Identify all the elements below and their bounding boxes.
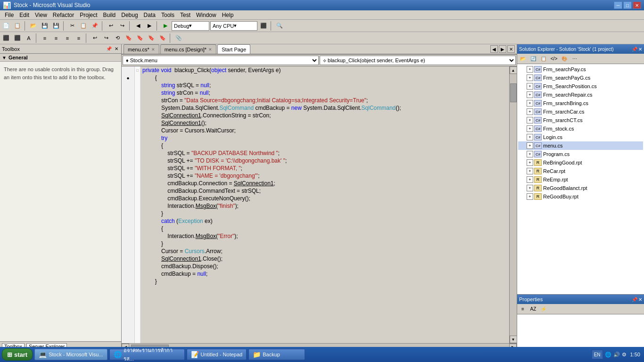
taskbar-item-notepad[interactable]: 📝 Untitled - Notepad xyxy=(187,349,247,360)
tb2-btn5[interactable]: ≡ xyxy=(51,33,61,43)
paste-btn[interactable]: 📌 xyxy=(90,21,100,31)
se-item-reemp[interactable]: + R ReEmp.rpt xyxy=(518,175,643,184)
tb2-btn10[interactable]: ⟲ xyxy=(112,33,123,43)
se-item-frm-srarchbring[interactable]: + C# Frm_srarchBring.cs xyxy=(518,99,643,107)
debug-dropdown[interactable]: Debug ▾ xyxy=(172,21,209,31)
se-item-recar[interactable]: + R ReCar.rpt xyxy=(518,167,643,175)
tab-menu-cs-design-close[interactable]: ✕ xyxy=(208,47,212,52)
class-dropdown[interactable]: ♦ Stock.menu xyxy=(123,56,319,65)
se-item-frm-searchrepair[interactable]: + C# Frm_searchRepair.cs xyxy=(518,90,643,99)
toolbox-pin-btn[interactable]: 📌 xyxy=(105,46,113,51)
save-all-btn[interactable]: 💾 xyxy=(51,21,61,31)
new-file-btn[interactable]: 📄 xyxy=(1,21,11,31)
copy-btn[interactable]: 📋 xyxy=(78,21,89,31)
open-btn[interactable]: 📂 xyxy=(28,21,39,31)
tab-scroll-left[interactable]: ◀ xyxy=(490,45,498,53)
menu-project[interactable]: Project xyxy=(77,11,100,19)
se-item-frm-searchpayg[interactable]: + C# Frm_searchPayG.cs xyxy=(518,74,643,82)
props-close-btn[interactable]: ✕ xyxy=(638,297,642,302)
menu-debug[interactable]: Debug xyxy=(118,11,140,19)
toolbox-close-btn[interactable]: ✕ xyxy=(114,46,119,51)
se-item-regoodbalanct[interactable]: + R ReGoodBalanct.rpt xyxy=(518,184,643,192)
tb2-btn12[interactable]: 🔖 xyxy=(135,33,145,43)
redo-btn[interactable]: ↪ xyxy=(117,21,127,31)
tab-menu-cs-close[interactable]: ✕ xyxy=(151,47,155,52)
toolbox-section[interactable]: ▼ General xyxy=(0,54,121,62)
expand-icon[interactable]: + xyxy=(527,100,533,107)
expand-icon[interactable]: + xyxy=(527,108,533,115)
se-refresh-btn[interactable]: 🔄 xyxy=(528,55,538,63)
se-item-frm-srarchct[interactable]: + C# Frm_srarchCT.cs xyxy=(518,116,643,124)
expand-icon[interactable]: + xyxy=(527,193,533,200)
menu-test[interactable]: Test xyxy=(177,11,193,19)
expand-icon[interactable]: + xyxy=(527,142,533,149)
taskbar-item-backup[interactable]: 📁 Backup xyxy=(248,349,305,360)
method-dropdown[interactable]: ⟡ blackup_Click(object sender, EventArgs… xyxy=(320,56,516,65)
se-view-code-btn[interactable]: </> xyxy=(549,55,559,63)
menu-tools[interactable]: Tools xyxy=(158,11,177,19)
props-pin-btn[interactable]: 📌 xyxy=(632,297,637,302)
save-btn[interactable]: 💾 xyxy=(40,21,50,31)
se-props-btn[interactable]: 📋 xyxy=(539,55,548,63)
undo-btn[interactable]: ↩ xyxy=(106,21,116,31)
expand-icon[interactable]: + xyxy=(527,74,533,81)
se-item-regoodbuy[interactable]: + R ReGoodBuy.rpt xyxy=(518,192,643,201)
props-alpha-btn[interactable]: AZ xyxy=(528,305,538,313)
code-editor[interactable]: private void blackup_Click(object sender… xyxy=(140,66,509,343)
menu-refactor[interactable]: Refactor xyxy=(50,11,77,19)
play-btn[interactable]: ▶ xyxy=(160,21,171,31)
expand-icon[interactable]: + xyxy=(527,91,533,98)
menu-edit[interactable]: Edit xyxy=(17,11,32,19)
maximize-button[interactable]: □ xyxy=(623,1,632,9)
start-button[interactable]: ⊞ start xyxy=(2,348,33,361)
tab-scroll-right[interactable]: ▶ xyxy=(499,45,506,53)
tb2-btn13[interactable]: 🔖 xyxy=(146,33,157,43)
close-button[interactable]: ✕ xyxy=(633,1,641,9)
tb2-btn1[interactable]: ⬛ xyxy=(1,33,11,43)
se-item-frm-searchposition[interactable]: + C# Frm_SearchPosition.cs xyxy=(518,82,643,90)
expand-icon[interactable]: + xyxy=(527,168,533,174)
menu-help[interactable]: Help xyxy=(219,11,237,19)
tab-close-doc[interactable]: ✕ xyxy=(507,45,515,53)
tab-menu-cs[interactable]: menu.cs* ✕ xyxy=(124,44,159,54)
props-category-btn[interactable]: ≡ xyxy=(518,305,528,313)
language-indicator[interactable]: EN xyxy=(592,350,603,359)
tb2-btn15[interactable]: 📎 xyxy=(173,33,184,43)
menu-file[interactable]: File xyxy=(2,11,17,19)
scroll-up-btn[interactable]: ▲ xyxy=(510,66,517,74)
tab-start-page[interactable]: Start Page xyxy=(217,44,250,54)
tb2-btn2[interactable]: ⬛ xyxy=(12,33,23,43)
search-btn[interactable]: 🔍 xyxy=(274,21,285,31)
se-show-files-btn[interactable]: 📂 xyxy=(518,55,528,63)
tb2-btn6[interactable]: ≡ xyxy=(62,33,73,43)
tb2-btn8[interactable]: ↩ xyxy=(90,33,100,43)
expand-icon[interactable]: + xyxy=(527,176,533,183)
props-events-btn[interactable]: ⚡ xyxy=(539,305,548,313)
menu-data[interactable]: Data xyxy=(141,11,158,19)
se-item-menu[interactable]: + C# menu.cs xyxy=(518,141,643,150)
tb2-btn3[interactable]: A xyxy=(24,33,34,43)
stop-btn[interactable]: ⬛ xyxy=(258,21,269,31)
nav-fwd-btn[interactable]: ▶ xyxy=(144,21,155,31)
expand-icon[interactable]: + xyxy=(527,83,533,90)
se-item-frm-srarchcar[interactable]: + C# Frm_srarchCar.cs xyxy=(518,107,643,116)
menu-view[interactable]: View xyxy=(32,11,50,19)
menu-build[interactable]: Build xyxy=(100,11,119,19)
taskbar-item-vs[interactable]: 💻 Stock - Microsoft Visu... xyxy=(34,349,107,360)
se-item-frm-searchpay[interactable]: + C# Frm_searchPay.cs xyxy=(518,65,643,74)
tb2-btn9[interactable]: ↪ xyxy=(101,33,111,43)
nav-back-btn[interactable]: ◀ xyxy=(133,21,143,31)
tb2-btn11[interactable]: 🔖 xyxy=(124,33,134,43)
minimize-button[interactable]: ─ xyxy=(614,1,622,9)
add-item-btn[interactable]: 📋 xyxy=(12,21,23,31)
taskbar-item-browser[interactable]: 🌐 อจาคทะรานการท้าการส... xyxy=(109,349,185,360)
se-item-login[interactable]: + C# Login.cs xyxy=(518,133,643,141)
se-designer-btn[interactable]: 🎨 xyxy=(560,55,569,63)
expand-icon[interactable]: + xyxy=(527,125,533,132)
scroll-thumb[interactable] xyxy=(510,83,517,102)
se-more-btn[interactable]: ⋯ xyxy=(570,55,579,63)
tb2-btn4[interactable]: ≡ xyxy=(40,33,50,43)
expand-icon[interactable]: + xyxy=(527,151,533,157)
se-item-frm-stock[interactable]: + C# Frm_stock.cs xyxy=(518,124,643,133)
tb2-btn14[interactable]: 🔖 xyxy=(157,33,168,43)
